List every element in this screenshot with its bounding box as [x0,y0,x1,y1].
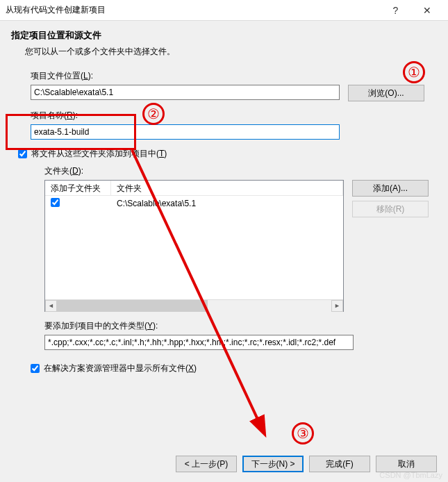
prev-button[interactable]: < 上一步(P) [176,456,237,472]
file-types-input[interactable] [44,335,354,350]
table-row[interactable]: C:\Scalable\exata\5.1 [45,196,343,211]
file-types-label: 要添加到项目中的文件类型(Y): [44,320,429,332]
folders-label: 文件夹(D): [44,165,429,177]
main-content: 指定项目位置和源文件 您可以从一个或多个文件夹中选择文件。 项目文件位置(L):… [0,21,448,383]
help-button[interactable]: ? [380,0,411,21]
project-name-label: 项目名称(R): [31,110,429,122]
page-heading: 指定项目位置和源文件 [11,29,437,42]
add-folder-button[interactable]: 添加(A)... [352,180,429,197]
add-folders-checkbox-row: 将文件从这些文件夹添加到项目中(T) [18,148,429,160]
scroll-right-icon[interactable]: ► [331,300,343,312]
row-folder-path: C:\Scalable\exata\5.1 [111,199,343,208]
scroll-thumb[interactable] [57,300,208,312]
col-header-subfolder[interactable]: 添加子文件夹 [45,181,111,195]
scroll-left-icon[interactable]: ◄ [45,300,57,312]
page-subheading: 您可以从一个或多个文件夹中选择文件。 [25,46,437,58]
browse-button[interactable]: 浏览(O)... [348,85,424,101]
add-folders-checkbox[interactable] [18,149,27,158]
row-subfolder-checkbox[interactable] [51,198,60,207]
watermark: CSDN @TbmLazy [379,471,442,479]
location-input[interactable] [31,85,340,100]
finish-button[interactable]: 完成(F) [309,456,370,472]
folders-table: 添加子文件夹 文件夹 C:\Scalable\exata\5.1 ◄ ► [44,180,344,312]
scroll-track[interactable] [57,300,331,312]
show-all-files-checkbox[interactable] [31,364,40,373]
show-all-files-label: 在解决方案资源管理器中显示所有文件(X) [44,363,197,374]
add-folders-label: 将文件从这些文件夹添加到项目中(T) [31,148,167,160]
location-label: 项目文件位置(L): [31,70,429,82]
horizontal-scrollbar[interactable]: ◄ ► [45,299,343,311]
show-all-files-row: 在解决方案资源管理器中显示所有文件(X) [31,363,437,374]
next-button[interactable]: 下一步(N) > [242,456,304,472]
annotation-three: ③ [292,422,314,444]
titlebar: 从现有代码文件创建新项目 ? ✕ [0,0,448,21]
col-header-folder[interactable]: 文件夹 [111,181,343,195]
remove-folder-button: 移除(R) [352,201,429,217]
project-name-input[interactable] [31,124,340,140]
folders-table-header: 添加子文件夹 文件夹 [45,181,343,196]
wizard-button-bar: < 上一步(P) 下一步(N) > 完成(F) 取消 [176,456,437,472]
cancel-button[interactable]: 取消 [376,456,437,472]
window-title: 从现有代码文件创建新项目 [6,4,380,16]
close-button[interactable]: ✕ [411,0,442,21]
